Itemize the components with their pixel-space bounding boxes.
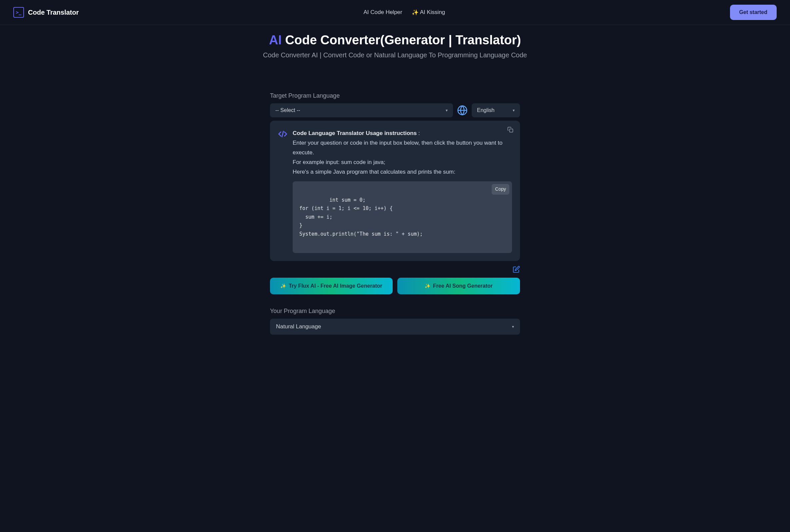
instructions-line-3: Here's a simple Java program that calcul… (293, 167, 512, 177)
target-language-value: -- Select -- (275, 107, 300, 113)
nav-ai-kissing-label: AI Kissing (420, 9, 445, 16)
app-header: >_ Code Translator AI Code Helper ✨ AI K… (0, 0, 790, 25)
output-language-select[interactable]: English ▾ (472, 103, 520, 117)
instructions-line-1: Enter your question or code in the input… (293, 138, 512, 158)
hero-section: AI Code Converter(Generator | Translator… (0, 25, 790, 72)
instructions-colon: : (417, 130, 420, 136)
page-subtitle: Code Converter AI | Convert Code or Natu… (7, 51, 783, 59)
copy-code-button[interactable]: Copy (492, 184, 509, 195)
sparkle-icon: ✨ (425, 283, 430, 289)
chevron-down-icon: ▾ (512, 324, 514, 329)
your-language-value: Natural Language (276, 323, 321, 330)
edit-icon[interactable] (513, 266, 520, 273)
nav-ai-kissing[interactable]: ✨ AI Kissing (412, 9, 445, 16)
your-language-label: Your Program Language (270, 308, 520, 315)
main-content: Target Program Language -- Select -- ▾ E… (263, 92, 527, 348)
svg-rect-2 (510, 129, 513, 132)
instructions-title: Code Language Translator Usage instructi… (293, 130, 417, 136)
chevron-down-icon: ▾ (446, 108, 448, 113)
logo-icon: >_ (13, 7, 24, 18)
flux-promo-label: Try Flux AI - Free AI Image Generator (289, 283, 382, 289)
your-language-select[interactable]: Natural Language ▾ (270, 319, 520, 335)
edit-row (270, 266, 520, 273)
instructions-card: Code Language Translator Usage instructi… (270, 121, 520, 261)
flux-ai-promo-button[interactable]: ✨ Try Flux AI - Free AI Image Generator (270, 278, 393, 294)
sparkle-icon: ✨ (280, 283, 286, 289)
globe-icon (457, 105, 468, 116)
top-nav: AI Code Helper ✨ AI Kissing (363, 9, 445, 16)
target-selects-row: -- Select -- ▾ English ▾ (270, 103, 520, 117)
copy-card-icon[interactable] (507, 127, 513, 133)
instructions-body: Code Language Translator Usage instructi… (293, 129, 512, 253)
instructions-header: Code Language Translator Usage instructi… (278, 129, 512, 253)
song-promo-label: Free AI Song Generator (433, 283, 493, 289)
title-accent: AI (269, 33, 282, 47)
instructions-line-2: For example input: sum code in java; (293, 158, 512, 167)
nav-ai-code-helper[interactable]: AI Code Helper (363, 9, 402, 16)
example-code-text: int sum = 0; for (int i = 1; i <= 10; i+… (299, 197, 423, 237)
brand-text: Code Translator (28, 9, 79, 16)
get-started-button[interactable]: Get started (730, 5, 777, 20)
target-language-label: Target Program Language (270, 92, 520, 99)
brand-group: >_ Code Translator (13, 7, 79, 18)
page-title: AI Code Converter(Generator | Translator… (7, 33, 783, 48)
promo-row: ✨ Try Flux AI - Free AI Image Generator … (270, 278, 520, 294)
example-code-block: Copyint sum = 0; for (int i = 1; i <= 10… (293, 181, 512, 253)
code-brackets-icon (278, 129, 287, 139)
song-generator-promo-button[interactable]: ✨ Free AI Song Generator (397, 278, 520, 294)
sparkle-icon: ✨ (412, 9, 419, 16)
target-language-select[interactable]: -- Select -- ▾ (270, 103, 453, 117)
title-rest: Code Converter(Generator | Translator) (282, 33, 521, 47)
svg-line-3 (282, 131, 284, 137)
chevron-down-icon: ▾ (513, 108, 515, 113)
output-language-value: English (477, 107, 494, 113)
